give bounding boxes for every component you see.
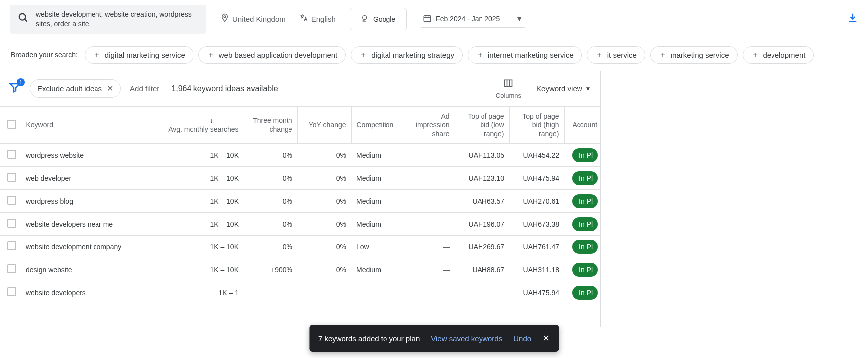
- status-pill[interactable]: In Pl: [572, 171, 598, 185]
- filter-funnel-button[interactable]: 1: [9, 81, 21, 96]
- row-checkbox[interactable]: [7, 196, 16, 205]
- plus-icon: ＋: [595, 50, 603, 60]
- cell-three-month: 0%: [244, 190, 297, 213]
- cell-account: In Pl: [564, 281, 600, 304]
- col-header-yoy[interactable]: YoY change: [297, 106, 351, 144]
- results-panel: 1 Exclude adult ideas ✕ Add filter 1,964…: [0, 71, 601, 327]
- toast-notification: 7 keywords added to your plan View saved…: [309, 325, 559, 327]
- row-checkbox[interactable]: [7, 287, 16, 296]
- col-header-keyword[interactable]: Keyword: [24, 106, 157, 144]
- main-area: 1 Exclude adult ideas ✕ Add filter 1,964…: [0, 71, 868, 327]
- table-row: wordpress blog 1K – 10K 0% 0% Medium — U…: [0, 190, 600, 213]
- svg-point-0: [19, 14, 26, 20]
- broaden-label: Broaden your search:: [11, 51, 78, 59]
- cell-three-month: 0%: [244, 144, 297, 167]
- cell-avg: 1K – 10K: [157, 144, 244, 167]
- cell-avg: 1K – 10K: [157, 190, 244, 213]
- location-selector[interactable]: United Kingdom: [220, 13, 286, 25]
- suggestion-chip[interactable]: ＋digital marketing strategy: [351, 46, 463, 64]
- suggestion-chip[interactable]: ＋development: [743, 46, 814, 64]
- pin-icon: [220, 13, 229, 25]
- cell-competition: Low: [351, 236, 405, 258]
- col-header-account[interactable]: Account: [564, 106, 600, 144]
- cell-account: In Pl: [564, 213, 600, 236]
- location-label: United Kingdom: [232, 15, 286, 23]
- svg-rect-10: [505, 80, 512, 86]
- cell-ad-impression: —: [405, 190, 455, 213]
- row-checkbox[interactable]: [7, 241, 16, 250]
- cell-keyword: design website: [24, 258, 157, 281]
- svg-point-2: [224, 16, 226, 18]
- cell-high-bid: UAH475.94: [509, 281, 564, 304]
- cell-account: In Pl: [564, 167, 600, 190]
- row-checkbox[interactable]: [7, 173, 16, 182]
- cell-high-bid: UAH761.47: [509, 236, 564, 258]
- status-pill[interactable]: In Pl: [572, 194, 598, 208]
- col-header-low-bid[interactable]: Top of page bid (low range): [455, 106, 509, 144]
- col-header-ad-impression[interactable]: Ad impression share: [405, 106, 455, 144]
- col-header-three-month[interactable]: Three month change: [244, 106, 297, 144]
- cell-competition: Medium: [351, 144, 405, 167]
- cell-competition: Medium: [351, 258, 405, 281]
- network-selector[interactable]: Google: [350, 8, 407, 30]
- row-checkbox[interactable]: [7, 264, 16, 273]
- cell-avg: 1K – 1: [157, 281, 244, 304]
- cell-keyword: wordpress website: [24, 144, 157, 167]
- status-pill[interactable]: In Pl: [572, 263, 598, 277]
- search-icon: [18, 12, 29, 26]
- cell-three-month: [244, 281, 297, 304]
- suggestion-chip[interactable]: ＋it service: [587, 46, 645, 64]
- translate-icon: [299, 13, 308, 25]
- suggestion-chip[interactable]: ＋web based application development: [198, 46, 346, 64]
- status-pill[interactable]: In Pl: [572, 217, 598, 231]
- cell-low-bid: UAH88.67: [455, 258, 509, 281]
- language-selector[interactable]: English: [299, 13, 336, 25]
- filter-row: 1 Exclude adult ideas ✕ Add filter 1,964…: [0, 71, 600, 106]
- chevron-down-icon: ▼: [585, 85, 591, 92]
- cell-yoy: 0%: [297, 213, 351, 236]
- suggestion-chip[interactable]: ＋internet marketing service: [468, 46, 582, 64]
- cell-competition: Medium: [351, 213, 405, 236]
- columns-label: Columns: [496, 92, 521, 99]
- cell-three-month: +900%: [244, 258, 297, 281]
- cell-high-bid: UAH475.94: [509, 167, 564, 190]
- date-range-selector[interactable]: Feb 2024 - Jan 2025 ▼: [421, 11, 525, 28]
- table-row: website developers 1K – 1 UAH475.94 In P…: [0, 281, 600, 304]
- cell-ad-impression: [405, 281, 455, 304]
- status-pill[interactable]: In Pl: [572, 286, 598, 300]
- keywords-table: Keyword ↓Avg. monthly searches Three mon…: [0, 106, 600, 327]
- cell-competition: Medium: [351, 167, 405, 190]
- view-toggle[interactable]: Keyword view ▼: [536, 84, 591, 93]
- col-header-avg[interactable]: ↓Avg. monthly searches: [157, 106, 244, 144]
- close-icon[interactable]: ✕: [107, 84, 113, 93]
- cell-ad-impression: —: [405, 167, 455, 190]
- row-checkbox[interactable]: [7, 219, 16, 228]
- col-header-high-bid[interactable]: Top of page bid (high range): [509, 106, 564, 144]
- select-all-checkbox[interactable]: [7, 120, 16, 129]
- cell-yoy: 0%: [297, 236, 351, 258]
- active-filter-chip[interactable]: Exclude adult ideas ✕: [30, 79, 121, 98]
- filter-badge: 1: [17, 78, 25, 86]
- filter-chip-label: Exclude adult ideas: [37, 84, 102, 93]
- row-checkbox[interactable]: [7, 150, 16, 159]
- search-text: website development, website creation, w…: [36, 10, 198, 29]
- cell-low-bid: [455, 281, 509, 304]
- add-filter-button[interactable]: Add filter: [130, 84, 159, 93]
- columns-button[interactable]: Columns: [496, 78, 521, 99]
- sort-desc-icon: ↓: [210, 116, 214, 125]
- cell-account: In Pl: [564, 258, 600, 281]
- suggestion-chip[interactable]: ＋digital marketing service: [85, 46, 193, 64]
- cell-keyword: website development company: [24, 236, 157, 258]
- search-box[interactable]: website development, website creation, w…: [10, 5, 206, 34]
- cell-three-month: 0%: [244, 236, 297, 258]
- svg-point-3: [363, 16, 367, 20]
- ideas-count: 1,964 keyword ideas available: [171, 84, 278, 93]
- status-pill[interactable]: In Pl: [572, 240, 598, 254]
- download-button[interactable]: [847, 12, 858, 26]
- status-pill[interactable]: In Pl: [572, 148, 598, 162]
- cell-avg: 1K – 10K: [157, 213, 244, 236]
- col-header-competition[interactable]: Competition: [351, 106, 405, 144]
- svg-line-1: [25, 19, 27, 22]
- date-range-label: Feb 2024 - Jan 2025: [436, 15, 500, 23]
- suggestion-chip[interactable]: ＋marketing service: [650, 46, 738, 64]
